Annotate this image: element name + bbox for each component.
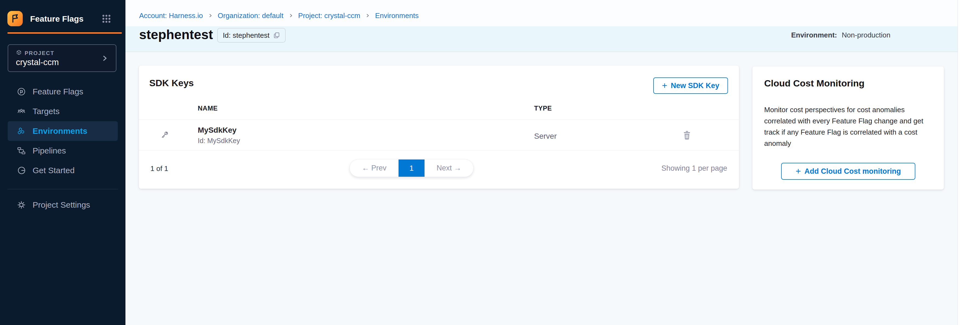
gear-icon [17,201,26,209]
sidebar-item-label: Project Settings [33,200,90,209]
project-name: crystal-ccm [16,57,59,67]
environment-type-label: Environment: [791,31,837,39]
sidebar-item-environments[interactable]: Environments [8,121,118,141]
environment-type: Environment: Non-production [791,31,891,40]
cloud-cost-card: Cloud Cost Monitoring Monitor cost persp… [752,67,944,190]
people-icon [17,107,26,116]
table-row[interactable]: MySdkKey Id: MySdkKey Server [139,120,739,151]
module-brand: Feature Flags [0,0,126,32]
chevron-right-icon [208,13,213,18]
key-icon [160,130,169,141]
sidebar-item-targets[interactable]: Targets [8,101,118,121]
pagination: ← Prev 1 Next → [350,159,474,177]
column-header-type: TYPE [534,105,552,112]
project-label: PROJECT [25,50,54,56]
sidebar-divider [7,189,118,189]
cloud-cost-description: Monitor cost perspectives for cost anoma… [764,104,937,149]
sidebar-item-label: Feature Flags [33,87,83,96]
main-area: Account: Harness.io Organization: defaul… [126,0,958,325]
cube-icon [16,49,22,57]
next-page-button[interactable]: Next → [425,160,473,177]
feature-flags-logo-icon [7,11,23,26]
sidebar-item-label: Environments [33,126,88,136]
column-header-name: NAME [198,105,218,112]
environment-id-text: Id: stephentest [223,31,269,40]
add-cloud-cost-label: Add Cloud Cost monitoring [805,167,901,176]
environment-id-chip: Id: stephentest [217,28,286,43]
page-1-button[interactable]: 1 [399,160,425,177]
breadcrumb-project[interactable]: Project: crystal-ccm [298,11,360,20]
sidebar: Feature Flags PROJECT crystal-ccm [0,0,126,325]
chevron-right-icon [289,13,293,18]
sidebar-item-project-settings[interactable]: Project Settings [8,195,118,215]
breadcrumb-organization[interactable]: Organization: default [218,11,283,20]
breadcrumb-environments[interactable]: Environments [375,11,418,20]
add-cloud-cost-button[interactable]: + Add Cloud Cost monitoring [781,163,915,180]
sidebar-settings: Project Settings [0,195,126,215]
page-title: stephentest [139,27,213,42]
content: SDK Keys + New SDK Key NAME TYPE MySdkKe… [126,52,958,325]
sidebar-item-label: Pipelines [33,146,66,155]
breadcrumb: Account: Harness.io Organization: defaul… [126,0,958,26]
plus-icon: + [662,81,667,90]
delete-sdk-key-button[interactable] [683,130,691,141]
sidebar-nav: Feature Flags Targets Environments [0,82,126,180]
sidebar-item-label: Targets [33,107,59,116]
environment-type-value: Non-production [842,31,891,39]
pipeline-icon [17,146,26,155]
table-footer: 1 of 1 ← Prev 1 Next → Showing 1 per pag… [139,151,739,189]
sidebar-item-label: Get Started [33,166,75,175]
per-page-label: Showing 1 per page [662,164,727,173]
flag-circle-icon [17,87,26,96]
sdk-key-id: Id: MySdkKey [198,137,240,145]
sdk-key-type: Server [534,132,557,141]
project-selector[interactable]: PROJECT crystal-ccm [8,44,116,72]
chevron-right-icon [365,13,370,18]
new-sdk-key-button[interactable]: + New SDK Key [653,78,728,94]
get-started-icon [17,166,26,175]
app-grid-icon[interactable] [102,15,110,23]
sdk-keys-card: SDK Keys + New SDK Key NAME TYPE MySdkKe… [139,66,739,189]
sidebar-item-pipelines[interactable]: Pipelines [8,141,118,160]
sidebar-item-get-started[interactable]: Get Started [8,160,118,180]
chevron-right-icon [101,55,108,63]
cloud-cost-title: Cloud Cost Monitoring [764,78,864,89]
brand-underline [7,32,122,34]
new-sdk-key-label: New SDK Key [671,81,719,90]
copy-icon[interactable] [273,32,280,39]
page-header: stephentest Id: stephentest Environment:… [126,26,958,52]
prev-page-button[interactable]: ← Prev [350,160,399,177]
row-count: 1 of 1 [150,165,168,173]
sdk-key-name: MySdkKey [198,126,237,135]
breadcrumb-account[interactable]: Account: Harness.io [139,11,203,20]
sdk-keys-title: SDK Keys [149,78,194,88]
module-title: Feature Flags [30,14,84,24]
scrollbar[interactable] [958,0,980,325]
hexagons-icon [17,127,26,135]
sidebar-item-feature-flags[interactable]: Feature Flags [8,82,118,101]
plus-icon: + [795,167,801,175]
